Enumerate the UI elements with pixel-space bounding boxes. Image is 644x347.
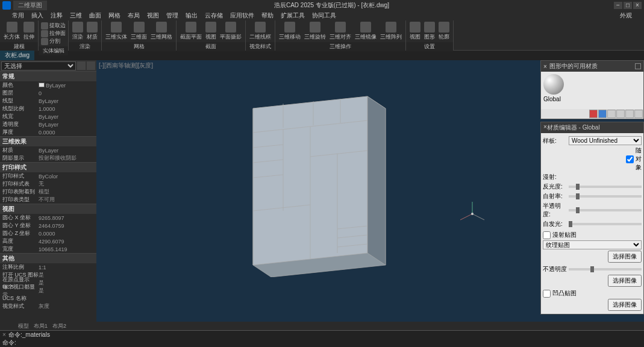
ribbon-1-row-2[interactable]: 分割	[41, 37, 66, 45]
menu-0[interactable]: 常用	[12, 11, 24, 20]
ribbon-7-0[interactable]: 视图	[408, 22, 422, 41]
menu-10[interactable]: 云存储	[205, 11, 223, 20]
prop-group-header[interactable]: 三维效果	[0, 137, 96, 146]
panel-toggle-icon[interactable]	[635, 63, 641, 69]
prop-row[interactable]: 打印样式ByColor	[0, 172, 96, 180]
mat-tool-4[interactable]	[616, 110, 625, 118]
mat-tool-3[interactable]	[607, 110, 616, 118]
layout-tab-2[interactable]: 布局2	[52, 322, 66, 330]
ribbon-3-1[interactable]: 三维面	[130, 22, 148, 41]
prop-group-header[interactable]: 视图	[0, 204, 96, 214]
appearance-menu[interactable]: 外观	[620, 11, 632, 20]
menu-11[interactable]: 应用软件	[230, 11, 254, 20]
3d-viewport[interactable]: [-][西南等轴测][灰度]	[96, 60, 644, 322]
bump-map-checkbox[interactable]	[543, 290, 551, 298]
ribbon-6-1[interactable]: 三维旋转	[303, 22, 327, 41]
prop-group-header[interactable]: 常规	[0, 72, 96, 81]
ribbon-4-1[interactable]: 视图	[204, 22, 217, 41]
texture-map-select[interactable]: 纹理贴图	[543, 240, 642, 249]
ribbon-1-row-1[interactable]: 拉伸面	[41, 30, 66, 37]
prop-row[interactable]: 高度4290.6079	[0, 237, 96, 245]
prop-row[interactable]: 圆心 Z 坐标0.0000	[0, 230, 96, 237]
prop-row[interactable]: 每个视口都显示是	[0, 287, 96, 295]
close-materials-icon[interactable]: ×	[543, 63, 549, 70]
ribbon-6-0[interactable]: 三维移动	[278, 22, 302, 41]
prop-row[interactable]: 线宽ByLayer	[0, 113, 96, 120]
maximize-button[interactable]: □	[624, 2, 632, 9]
quick-tab[interactable]: 二维草图	[13, 1, 47, 10]
prop-row[interactable]: 打印表类型不可用	[0, 196, 96, 204]
follow-object-checkbox[interactable]	[626, 155, 634, 163]
prop-row[interactable]: 阴影显示投射和接收阴影	[0, 154, 96, 162]
pick-icon[interactable]	[87, 61, 95, 70]
diffuse-map-checkbox[interactable]	[543, 231, 551, 239]
ribbon-7-2[interactable]: 轮廓	[437, 22, 451, 41]
minimize-button[interactable]: −	[614, 2, 622, 9]
cmd-close-icon[interactable]: ×	[2, 331, 8, 338]
ribbon-7-1[interactable]: 图形	[423, 22, 436, 41]
sample-select[interactable]: Wood Unfinished	[569, 136, 642, 145]
select-image-1[interactable]: 选择图像	[608, 251, 642, 263]
compass-gizmo[interactable]	[457, 199, 487, 229]
ribbon-6-3[interactable]: 三维镜像	[354, 22, 378, 41]
selection-filter[interactable]: 无选择	[1, 61, 76, 70]
select-image-2[interactable]: 选择图像	[608, 275, 642, 287]
ribbon-4-0[interactable]: 截面平面	[179, 22, 203, 41]
menu-2[interactable]: 注释	[51, 11, 63, 20]
ribbon-6-4[interactable]: 三维阵列	[379, 22, 403, 41]
menu-3[interactable]: 三维	[70, 11, 82, 20]
prop-row[interactable]: 颜色ByLayer	[0, 81, 96, 89]
menu-7[interactable]: 视图	[147, 11, 159, 20]
prop-row[interactable]: 图层0	[0, 89, 96, 97]
ribbon-6-2[interactable]: 三维对齐	[328, 22, 352, 41]
prop-row[interactable]: 视觉样式灰度	[0, 302, 96, 310]
menu-12[interactable]: 帮助	[261, 11, 274, 20]
prop-row[interactable]: 线型比例1.0000	[0, 105, 96, 113]
close-button[interactable]: ×	[633, 2, 642, 9]
slider[interactable]	[569, 195, 642, 198]
mat-tool-1[interactable]	[589, 110, 598, 118]
prop-row[interactable]: 透明度ByLayer	[0, 120, 96, 128]
menu-1[interactable]: 插入	[31, 11, 43, 20]
prop-row[interactable]: 宽度10665.1419	[0, 245, 96, 253]
ribbon-3-2[interactable]: 三维网格	[149, 22, 174, 41]
ribbon-4-2[interactable]: 平面摄影	[219, 22, 243, 41]
menu-5[interactable]: 网格	[108, 11, 120, 20]
ribbon-0-0[interactable]: 长方体	[2, 22, 21, 41]
prop-group-header[interactable]: 打印样式	[0, 163, 96, 172]
layout-tab-1[interactable]: 布局1	[34, 322, 48, 330]
menu-14[interactable]: 协同工具	[312, 11, 336, 20]
material-preview-ball[interactable]	[543, 74, 564, 95]
slider[interactable]	[569, 186, 642, 188]
prop-row[interactable]: 厚度0.0000	[0, 128, 96, 136]
ribbon-2-1[interactable]: 材质	[86, 22, 99, 41]
select-image-3[interactable]: 选择图像	[608, 299, 642, 311]
prop-row[interactable]: 打印表附着到模型	[0, 188, 96, 196]
ribbon-3-0[interactable]: 三维实体	[104, 22, 128, 41]
ribbon-2-0[interactable]: 渲染	[71, 22, 84, 41]
menu-6[interactable]: 布局	[128, 11, 140, 20]
prop-row[interactable]: 线型ByLayer	[0, 97, 96, 105]
ribbon-1-row-0[interactable]: 提取边	[41, 22, 66, 30]
ribbon-0-1[interactable]: 拉伸	[22, 22, 36, 41]
mat-tool-2[interactable]	[598, 110, 607, 118]
slider[interactable]	[569, 223, 642, 225]
layout-tab-0[interactable]: 模型	[18, 322, 29, 330]
filter-icon[interactable]	[77, 61, 86, 70]
ribbon-5-0[interactable]: 二维线框	[248, 22, 272, 41]
prop-group-header[interactable]: 其他	[0, 254, 96, 263]
mat-tool-5[interactable]	[625, 110, 634, 118]
menu-4[interactable]: 曲面	[89, 11, 101, 20]
prop-row[interactable]: 注释比例1:1	[0, 263, 96, 271]
document-tab[interactable]: 衣柜.dwg	[0, 51, 34, 60]
cmd-input[interactable]: 命令:	[2, 339, 16, 347]
slider[interactable]	[569, 209, 642, 211]
prop-row[interactable]: 打印样式表无	[0, 180, 96, 188]
mat-tool-6[interactable]	[634, 110, 643, 118]
menu-9[interactable]: 输出	[186, 11, 198, 20]
prop-row[interactable]: 圆心 X 坐标9265.8097	[0, 214, 96, 222]
prop-row[interactable]: 材质ByLayer	[0, 146, 96, 154]
prop-row[interactable]: 圆心 Y 坐标2464.0759	[0, 222, 96, 230]
menu-13[interactable]: 扩展工具	[281, 11, 305, 20]
prop-row[interactable]: UCS 名称	[0, 295, 96, 302]
